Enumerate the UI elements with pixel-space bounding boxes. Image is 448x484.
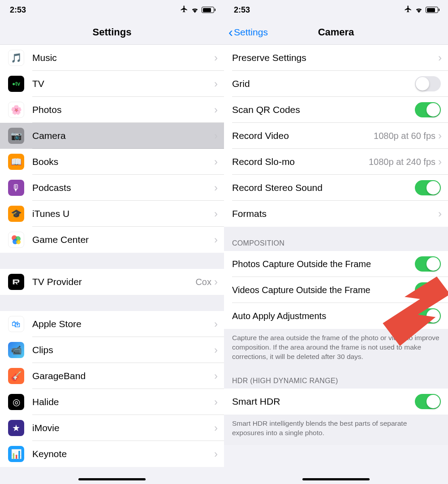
itunesu-icon: 🎓 (8, 206, 24, 222)
gamecenter-icon (8, 232, 24, 248)
row-itunesu[interactable]: 🎓iTunes U› (0, 201, 224, 227)
row-record-slomo[interactable]: Record Slo-mo1080p at 240 fps› (224, 149, 448, 175)
toggle-smart-hdr[interactable] (415, 394, 441, 409)
home-indicator[interactable] (302, 478, 370, 480)
row-keynote[interactable]: 📊Keynote› (0, 441, 224, 467)
chevron-right-icon: › (438, 130, 442, 142)
airplane-icon (180, 5, 188, 15)
chevron-right-icon: › (214, 396, 218, 408)
toggle-stereo[interactable] (415, 180, 441, 195)
imovie-icon: ★ (8, 420, 24, 436)
status-bar: 2:53 (0, 0, 224, 20)
camera-main-list: Preserve Settings› Grid Scan QR Codes Re… (224, 45, 448, 227)
settings-list-apps: 🎵Music› ●tvTV› 🌸Photos› 📷Camera› 📖Books›… (0, 45, 224, 253)
row-formats[interactable]: Formats› (224, 201, 448, 227)
hdr-header: HDR (HIGH DYNAMIC RANGE) (224, 369, 448, 389)
composition-list: Photos Capture Outside the Frame Videos … (224, 251, 448, 329)
row-smart-hdr: Smart HDR (224, 389, 448, 415)
chevron-right-icon: › (214, 233, 218, 246)
tv-icon: ●tv (8, 76, 24, 92)
chevron-right-icon: › (214, 207, 218, 220)
row-imovie[interactable]: ★iMovie› (0, 415, 224, 441)
row-garageband[interactable]: 🎸GarageBand› (0, 363, 224, 389)
settings-pane: 2:53 Settings 🎵Music› ●tvTV› 🌸Photos› 📷C… (0, 0, 224, 484)
toggle-grid[interactable] (415, 76, 441, 91)
back-button[interactable]: ‹ Settings (228, 26, 268, 39)
navbar: ‹ Settings Camera (224, 20, 448, 45)
chevron-right-icon: › (214, 52, 218, 64)
battery-icon (426, 7, 438, 13)
row-tv[interactable]: ●tvTV› (0, 71, 224, 97)
row-grid: Grid (224, 71, 448, 97)
applestore-icon: 🛍 (8, 316, 24, 332)
music-icon: 🎵 (8, 50, 24, 66)
chevron-right-icon: › (214, 182, 218, 194)
page-title: Camera (318, 26, 354, 38)
wifi-icon (191, 7, 199, 13)
toggle-photos-outside[interactable] (415, 256, 441, 272)
chevron-right-icon: › (438, 156, 442, 168)
row-clips[interactable]: 📹Clips› (0, 337, 224, 363)
camera-pane: 2:53 ‹ Settings Camera Preserve Settings… (224, 0, 448, 484)
hdr-list: Smart HDR (224, 389, 448, 415)
toggle-videos-outside[interactable] (415, 282, 441, 298)
books-icon: 📖 (8, 154, 24, 170)
svg-point-3 (16, 240, 21, 244)
toggle-auto-adjust[interactable] (415, 308, 441, 324)
row-scan-qr: Scan QR Codes (224, 97, 448, 123)
wifi-icon (415, 7, 423, 13)
row-tvprovider[interactable]: TV ProviderCox› (0, 269, 224, 295)
status-time: 2:53 (234, 5, 250, 15)
toggle-scan-qr[interactable] (415, 102, 441, 117)
podcasts-icon: 🎙 (8, 180, 24, 196)
row-gamecenter[interactable]: Game Center› (0, 227, 224, 253)
row-auto-adjustments: Auto Apply Adjustments (224, 303, 448, 329)
row-record-video[interactable]: Record Video1080p at 60 fps› (224, 123, 448, 149)
row-books[interactable]: 📖Books› (0, 149, 224, 175)
chevron-right-icon: › (214, 422, 218, 434)
status-bar: 2:53 (224, 0, 448, 20)
chevron-left-icon: ‹ (228, 26, 233, 39)
tvprovider-icon (8, 274, 24, 290)
chevron-right-icon: › (214, 156, 218, 168)
row-camera[interactable]: 📷Camera› (0, 123, 224, 149)
row-music[interactable]: 🎵Music› (0, 45, 224, 71)
status-time: 2:53 (10, 5, 26, 15)
airplane-icon (404, 5, 412, 15)
row-podcasts[interactable]: 🎙Podcasts› (0, 175, 224, 201)
row-stereo: Record Stereo Sound (224, 175, 448, 201)
composition-header: COMPOSITION (224, 227, 448, 251)
camera-icon: 📷 (8, 128, 24, 144)
row-halide[interactable]: ◎Halide› (0, 389, 224, 415)
garageband-icon: 🎸 (8, 368, 24, 384)
battery-icon (202, 7, 214, 13)
halide-icon: ◎ (8, 394, 24, 410)
photos-icon: 🌸 (8, 102, 24, 118)
row-videos-outside-frame: Videos Capture Outside the Frame (224, 277, 448, 303)
chevron-right-icon: › (214, 78, 218, 90)
hdr-footer: Smart HDR intelligently blends the best … (224, 415, 448, 445)
clips-icon: 📹 (8, 342, 24, 358)
chevron-right-icon: › (214, 370, 218, 382)
chevron-right-icon: › (214, 130, 218, 142)
chevron-right-icon: › (214, 448, 218, 460)
chevron-right-icon: › (438, 207, 442, 220)
chevron-right-icon: › (214, 104, 218, 116)
row-photos[interactable]: 🌸Photos› (0, 97, 224, 123)
chevron-right-icon: › (214, 318, 218, 330)
home-indicator[interactable] (78, 478, 146, 480)
row-applestore[interactable]: 🛍Apple Store› (0, 311, 224, 337)
chevron-right-icon: › (438, 52, 442, 64)
row-preserve-settings[interactable]: Preserve Settings› (224, 45, 448, 71)
page-title: Settings (93, 26, 132, 38)
keynote-icon: 📊 (8, 446, 24, 462)
settings-list-provider: TV ProviderCox› (0, 269, 224, 295)
chevron-right-icon: › (214, 276, 218, 288)
row-photos-outside-frame: Photos Capture Outside the Frame (224, 251, 448, 277)
chevron-right-icon: › (214, 344, 218, 356)
composition-footer: Capture the area outside the frame of th… (224, 329, 448, 369)
navbar: Settings (0, 20, 224, 45)
settings-list-appstore: 🛍Apple Store› 📹Clips› 🎸GarageBand› ◎Hali… (0, 311, 224, 467)
